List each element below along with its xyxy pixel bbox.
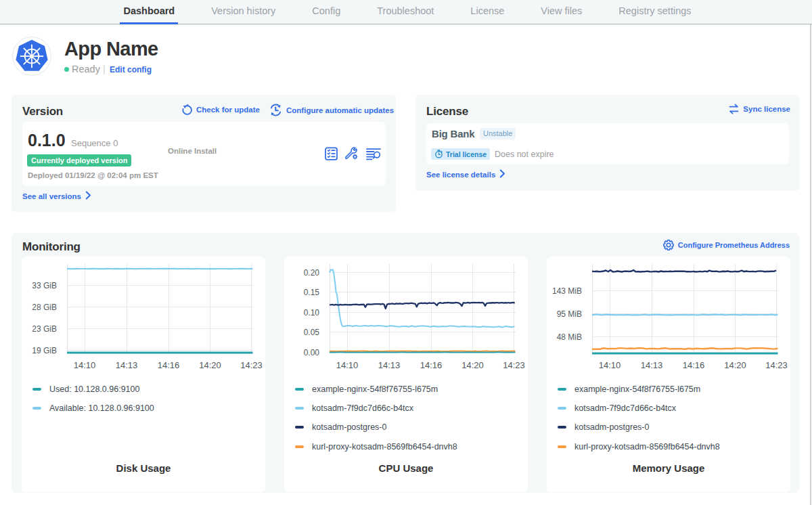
svg-text:14:13: 14:13 xyxy=(378,360,401,370)
svg-text:48 MiB: 48 MiB xyxy=(557,332,582,342)
svg-text:28 GiB: 28 GiB xyxy=(32,303,57,312)
svg-text:14:16: 14:16 xyxy=(158,360,180,370)
svg-text:143 MiB: 143 MiB xyxy=(552,286,582,296)
svg-text:33 GiB: 33 GiB xyxy=(32,281,57,290)
svg-text:14:23: 14:23 xyxy=(240,360,263,370)
svg-text:0.10: 0.10 xyxy=(304,308,320,317)
svg-text:14:13: 14:13 xyxy=(641,360,663,370)
svg-text:14:23: 14:23 xyxy=(765,360,788,370)
svg-text:14:10: 14:10 xyxy=(336,360,359,370)
svg-text:14:20: 14:20 xyxy=(724,360,746,370)
svg-text:95 MiB: 95 MiB xyxy=(557,309,582,319)
svg-text:14:20: 14:20 xyxy=(199,360,221,370)
svg-text:14:10: 14:10 xyxy=(599,360,621,370)
svg-text:19 GiB: 19 GiB xyxy=(32,346,57,355)
svg-text:0.20: 0.20 xyxy=(304,268,320,278)
svg-text:14:16: 14:16 xyxy=(683,360,705,370)
svg-text:14:10: 14:10 xyxy=(74,360,96,370)
svg-text:0.00: 0.00 xyxy=(304,348,320,357)
svg-text:14:13: 14:13 xyxy=(116,360,138,370)
svg-text:14:16: 14:16 xyxy=(420,360,443,370)
svg-text:23 GiB: 23 GiB xyxy=(32,324,57,334)
svg-text:14:20: 14:20 xyxy=(461,360,484,370)
svg-text:14:23: 14:23 xyxy=(503,360,525,370)
svg-text:0.05: 0.05 xyxy=(304,328,320,337)
svg-text:0.15: 0.15 xyxy=(304,288,320,297)
